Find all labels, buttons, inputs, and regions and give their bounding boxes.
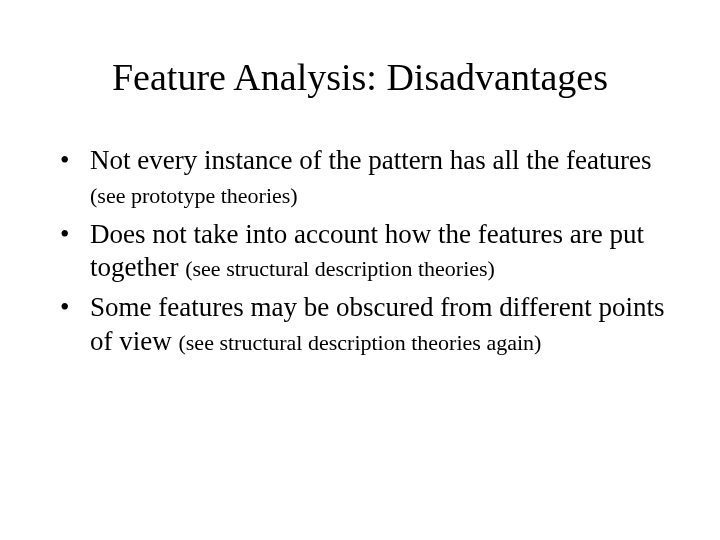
bullet-note-text: (see structural description theories aga… xyxy=(178,330,541,355)
bullet-list: Not every instance of the pattern has al… xyxy=(50,144,670,359)
bullet-item: Some features may be obscured from diffe… xyxy=(60,291,670,359)
bullet-item: Does not take into account how the featu… xyxy=(60,218,670,286)
bullet-item: Not every instance of the pattern has al… xyxy=(60,144,670,212)
bullet-note-text: (see structural description theories) xyxy=(185,256,495,281)
bullet-note-text: (see prototype theories) xyxy=(90,183,298,208)
slide-title: Feature Analysis: Disadvantages xyxy=(50,55,670,99)
bullet-main-text: Not every instance of the pattern has al… xyxy=(90,145,652,175)
